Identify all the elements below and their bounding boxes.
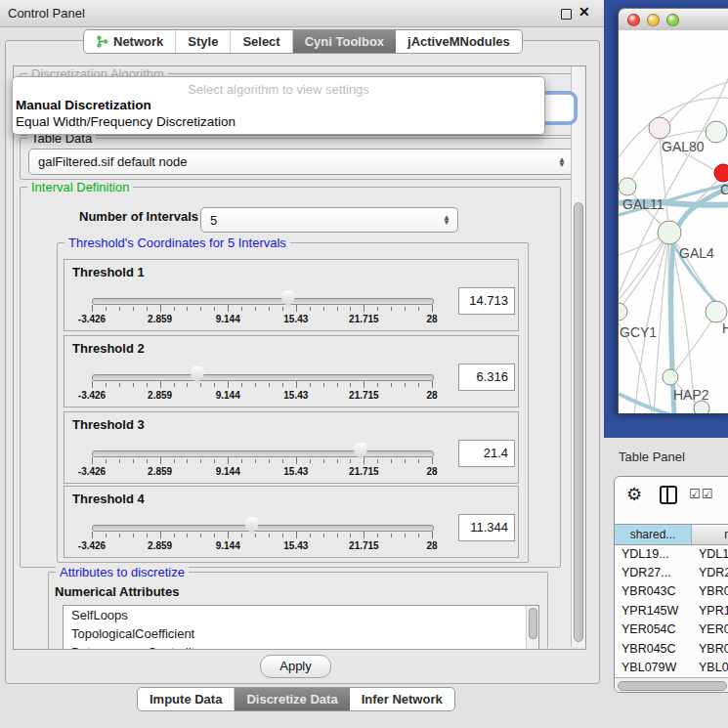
network-edge[interactable] (619, 233, 669, 300)
table-row[interactable]: YBL079WYBL0 (615, 658, 728, 676)
minor-tick (418, 534, 419, 537)
network-window-titlebar[interactable] (619, 9, 728, 31)
threshold-value-field[interactable]: 6.316 (458, 364, 515, 391)
major-tick (228, 532, 229, 538)
threshold-value-field[interactable]: 11.344 (458, 514, 515, 541)
major-tick (92, 457, 93, 464)
network-node[interactable] (706, 121, 727, 143)
table-data-combobox[interactable]: galFiltered.sif default node ▲▼ (28, 149, 574, 175)
close-icon[interactable]: ✕ (578, 4, 590, 20)
table-panel-title: Table Panel (619, 450, 685, 464)
tick-label: -3.426 (58, 314, 126, 324)
tab-label: Style (188, 34, 218, 49)
major-tick (160, 532, 161, 538)
apply-button[interactable]: Apply (260, 655, 331, 678)
cell-shared-name: YPR145W (615, 604, 691, 618)
tab-select[interactable]: Select (231, 30, 292, 53)
interval-definition-group: Interval Definition Number of Intervals … (20, 187, 561, 568)
threshold-value-field[interactable]: 14.713 (458, 287, 515, 315)
threshold-slider-track[interactable] (92, 525, 434, 532)
network-view-window: GAL80GACGAL11GAL4GCY1HHAP2 (618, 8, 728, 413)
gear-icon[interactable]: ⚙ (626, 484, 642, 505)
network-node[interactable] (619, 303, 627, 321)
threshold-slider-track[interactable] (92, 374, 434, 381)
num-intervals-combobox[interactable]: 5 ▲▼ (200, 207, 458, 233)
table-horizontal-scrollbar[interactable] (615, 677, 728, 692)
node-label: H (722, 321, 728, 336)
major-tick (296, 457, 297, 464)
network-node[interactable] (649, 117, 670, 139)
minor-tick (147, 534, 148, 537)
table-row[interactable]: YBR045CYBR0 (615, 639, 728, 658)
cell-name: YER0 (691, 622, 728, 636)
group-title-thresholds: Threshold's Coordinates for 5 Intervals (64, 236, 290, 250)
network-edge[interactable] (631, 139, 660, 180)
tick-label: 9.144 (193, 314, 262, 324)
network-edge-highlighted[interactable] (619, 394, 671, 413)
threshold-value-field[interactable]: 21.4 (458, 440, 515, 467)
select-columns-checkboxes-icon[interactable]: ☑☑ (689, 487, 713, 501)
tab-impute-data[interactable]: Impute Data (138, 688, 235, 710)
tick-label: 2.859 (126, 390, 194, 401)
tick-label: 21.715 (329, 540, 398, 551)
tab-style[interactable]: Style (176, 30, 231, 53)
control-panel-titlebar: Control Panel ✕ (0, 0, 604, 27)
numerical-attributes-list[interactable]: SelfLoopsTopologicalCoefficientBetweenne… (63, 605, 539, 650)
float-window-icon[interactable] (561, 9, 572, 20)
node-label: GCY1 (620, 324, 657, 340)
table-row[interactable]: YPR145WYPR1 (615, 601, 728, 620)
minor-tick (405, 383, 406, 387)
bottom-tab-bar: Impute DataDiscretize DataInfer Network (137, 687, 455, 711)
popup-option-equal-width-frequency[interactable]: Equal Width/Frequency Discretization (16, 114, 236, 129)
network-canvas[interactable]: GAL80GACGAL11GAL4GCY1HHAP2 (619, 30, 728, 413)
tab-discretize-data[interactable]: Discretize Data (235, 688, 349, 710)
network-node[interactable] (706, 301, 727, 322)
tab-infer-network[interactable]: Infer Network (350, 688, 454, 710)
minor-tick (187, 534, 188, 537)
cell-shared-name: YDR27... (615, 566, 691, 579)
column-header-shared-name[interactable]: shared... (615, 525, 692, 544)
attribute-list-item[interactable]: TopologicalCoefficient (64, 624, 538, 643)
table-row[interactable]: YDR27...YDR2 (615, 563, 728, 581)
minor-tick (174, 459, 175, 463)
tick-label: 2.859 (126, 314, 194, 324)
popup-option-manual-discretization[interactable]: Manual Discretization (16, 98, 151, 112)
network-node[interactable] (658, 221, 681, 244)
settings-vertical-scrollbar[interactable] (571, 66, 584, 647)
tab-network[interactable]: Network (84, 30, 176, 53)
tick-label: 28 (398, 314, 466, 324)
major-tick (92, 381, 93, 388)
attributes-group: Attributes to discretize Numerical Attri… (48, 572, 548, 649)
close-traffic-light-icon[interactable] (627, 14, 640, 26)
network-node[interactable] (619, 178, 636, 195)
major-tick (432, 381, 433, 388)
tick-label: 21.715 (329, 314, 398, 324)
column-header-name[interactable]: na (692, 525, 728, 544)
table-row[interactable]: YBR043CYBR0 (615, 582, 728, 601)
minor-tick (214, 534, 215, 537)
columns-icon[interactable] (660, 486, 677, 504)
network-edge-highlighted[interactable] (671, 185, 728, 413)
minimize-traffic-light-icon[interactable] (647, 14, 660, 26)
major-tick (364, 305, 364, 312)
attribute-list-item[interactable]: BetweennessCentrality (64, 643, 538, 650)
tab-cyni-toolbox[interactable]: Cyni Toolbox (293, 30, 396, 53)
attribute-list-item[interactable]: SelfLoops (64, 606, 538, 624)
attributes-scrollbar[interactable] (526, 606, 538, 650)
minor-tick (282, 307, 283, 311)
threshold-slider-track[interactable] (92, 298, 434, 305)
table-row[interactable]: YER054CYER0 (615, 621, 728, 639)
threshold-slider-track[interactable] (92, 450, 434, 457)
minor-tick (241, 307, 242, 311)
zoom-traffic-light-icon[interactable] (666, 14, 679, 26)
tab-jactivemnodules[interactable]: jActiveMNodules (396, 30, 522, 53)
minor-tick (133, 307, 134, 311)
network-node[interactable] (714, 164, 728, 182)
major-tick (228, 381, 229, 388)
table-header-row: shared... na (615, 524, 728, 545)
network-edge[interactable] (634, 233, 669, 413)
network-node[interactable] (663, 369, 678, 385)
table-row[interactable]: YDL19...YDL1 (615, 544, 728, 563)
minor-tick (337, 307, 338, 311)
minor-tick (119, 383, 120, 387)
